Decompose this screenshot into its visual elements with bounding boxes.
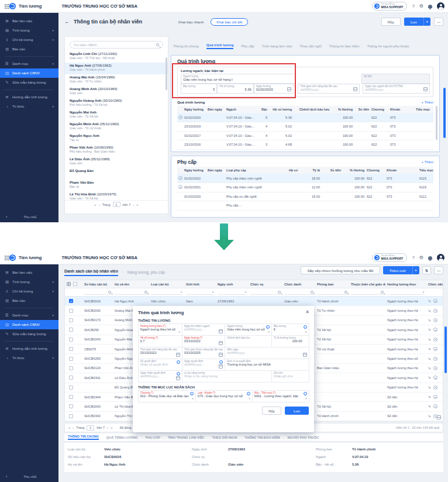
list-item-employee[interactable]: Hà Ngọc Anh (27/06/1963)Giáo viên - Tổ H… [65,63,168,74]
list-item-employee[interactable]: Hoàng Minh Anh (20/10/1989)Giáo viên [65,86,168,98]
filter-input[interactable]: ▼ [218,290,247,295]
modal-field-h-s-l-ng-[interactable]: Hệ số lương (*)5.7 [138,335,182,347]
add-salary-history-link[interactable]: + Thêm [422,101,433,104]
list-item-employee[interactable]: Đỗ Quang Bản [65,168,168,180]
modal-field-ch-ng-[interactable]: Chương (*)622 - Phòng Giáo dục và Đào tạ… [138,390,196,402]
edit-pencil-icon[interactable]: ✎ [428,299,431,303]
row-checkbox[interactable] [69,385,73,390]
modal-field-ng-y-h-ng-[interactable]: Ngày hưởng (*)03/10/2022 [182,335,225,347]
table-row[interactable]: 23/10/2016V.07.04.10 - Giáo ...34.68100.… [177,140,433,150]
edit-pencil-icon[interactable]: ✎ [428,328,431,332]
bottom-tab-theo-dõi-nghỉ[interactable]: THEO DÕI NGHỈ [212,436,237,439]
remove-row-icon[interactable] [433,395,437,399]
modal-field-t-l-h-ng-l-ng[interactable]: Tỷ lệ hưởng lương100.00 [271,335,309,347]
notifications-bell-icon[interactable] [428,256,432,260]
row-checkbox[interactable] [69,338,73,342]
rank-field[interactable]: Ngạch lương Giáo viên trung học cơ sở hạ… [181,74,295,84]
edit-pencil-icon[interactable]: ✎ [428,385,431,390]
table-row[interactable]: Phụ cấp ... [177,201,433,211]
remove-row-icon[interactable] [178,176,182,180]
add-allowance-link[interactable]: + Thêm [422,160,433,164]
chevron-down-icon[interactable]: ▾ [179,330,180,333]
table-row[interactable]: 23/10/2019V.07.04.10 - Giáo ...45.02100.… [177,122,433,132]
app-grid-icon[interactable] [5,256,6,257]
filter-input[interactable] [84,290,111,295]
sidebar-item-tri-thức[interactable]: ◔Tri thức▾ [0,353,58,363]
close-icon[interactable]: ✕ [305,309,309,315]
modal-field-ghi-ch-[interactable]: Ghi chúNhập ghi chú [271,370,309,383]
next-raise-date-field[interactable]: Thời gian tính nâng bậc lần sau dd/MM/yy… [298,84,359,94]
remove-row-icon[interactable] [433,318,437,322]
sidebar-item-tính-lương[interactable]: ▤Tính lương▾ [0,277,58,287]
industry-entry-date-field[interactable]: Ngày vào ngành để tính PCTNN dd/MM/yyyy.… [363,84,430,94]
sidebar-item-tính-lương[interactable]: ▤Tính lương▾ [0,26,58,35]
sidebar-item-báo-cáo[interactable]: ▥Báo cáo [0,296,58,305]
filter-input[interactable]: ▼ [186,290,214,295]
table-scrollbar[interactable] [436,106,437,140]
sidebar-item-chi-trả-lương[interactable]: ₫Chi trả lương▾ [0,287,58,296]
filter-input[interactable] [351,290,384,295]
filter-input[interactable] [284,290,313,295]
filter-input[interactable] [317,290,347,295]
remove-row-icon[interactable] [433,376,437,380]
prev-page-icon[interactable]: ‹ [73,426,74,429]
modal-field-m-c-ti-u-m-c-[interactable]: Mục - Tiểu mục (*)6001 - Lương theo ngạc… [252,390,309,402]
tab-theo-dõi-nghỉ[interactable]: Theo dõi nghỉ [300,44,322,48]
add-new-dropdown-icon[interactable]: ▾ [412,266,419,274]
row-checkbox[interactable] [69,309,73,313]
cancel-button[interactable]: Hủy [381,18,401,26]
tab-tình-trạng-làm-việc[interactable]: Tình trạng làm việc [262,44,292,48]
modal-field-lo-i-kho-n-[interactable]: Loại - khoản (*)073 - Giáo dục trung học… [195,390,253,402]
calendar-icon[interactable] [353,87,357,91]
edit-pencil-icon[interactable]: ✎ [428,318,431,322]
row-checkbox[interactable] [69,357,73,361]
row-checkbox[interactable] [69,299,73,303]
sidebar-item-danh-sách-cbnv[interactable]: ◫Danh sách CBNV [0,320,58,329]
remove-row-icon[interactable] [433,414,437,418]
sidebar-item-danh-sách-cbnv[interactable]: ◫Danh sách CBNV [0,68,58,78]
list-item-employee[interactable]: Lê Thị Hòa Bình (22/03/1975)Giáo viên - … [65,191,168,200]
page-scrollbar[interactable] [444,326,447,373]
table-row[interactable]: Giáo viên ...4.34100.00622073 [177,149,433,152]
bottom-tab-thông-tin-bảo-hiểm[interactable]: THÔNG TIN BẢO HIỂM [244,436,280,439]
calendar-icon[interactable] [219,353,223,357]
sidebar-item-danh-mục[interactable]: ☰Danh mục▾ [0,59,58,68]
page-number-input[interactable]: 1 [87,425,94,431]
more-actions-button[interactable]: ⋯ [434,18,443,26]
bottom-tab-phụ-cấp[interactable]: PHỤ CẤP [146,436,160,439]
next-page-icon[interactable]: › [107,426,108,429]
modal-cancel-button[interactable]: Hủy [262,407,281,415]
row-checkbox[interactable] [69,318,73,322]
settings-gear-icon[interactable]: ⚙ [419,4,423,9]
row-checkbox[interactable] [69,414,73,418]
page-number-input[interactable]: 1 [113,202,120,207]
sidebar-item-bàn-làm-việc[interactable]: ⊞Bàn làm việc [0,268,58,277]
modal-field-th-i-gian-t-nh-n-ng-b-c-l-n-sau[interactable]: Thời gian tính nâng bậc lần sau03/10/202… [138,347,182,359]
chevron-down-icon[interactable]: ▾ [249,397,250,400]
add-new-button[interactable]: Thêm mới [383,266,412,274]
row-checkbox[interactable] [69,366,73,370]
sidebar-item-chi-trả-lương[interactable]: ₫Chi trả lương▾ [0,35,58,44]
edit-pencil-icon[interactable]: ✎ [428,338,431,342]
calendar-icon[interactable] [303,353,307,357]
list-item-employee[interactable]: Nguyễn Hoàng Anh (30/10/1983)Phó hiệu tr… [65,98,168,109]
filter-input[interactable] [250,290,281,295]
select-all-checkbox[interactable] [73,282,77,286]
remove-row-icon[interactable] [178,115,182,119]
chevron-down-icon[interactable]: ▾ [268,330,270,333]
save-button[interactable]: Lưu [404,18,423,26]
sidebar-item-danh-mục[interactable]: ☰Danh mục▾ [0,311,58,320]
list-item-employee[interactable]: Phạm Văn BảnBảo vệ [65,180,168,191]
bottom-tab-thông-tin-chung[interactable]: THÔNG TIN CHUNG [68,435,99,440]
modal-field-ng-y-b-nhi-m-ng-ch[interactable]: Ngày bổ nhiệm ngạchdd/MM/yyyy... [182,323,225,336]
edit-pencil-icon[interactable]: ✎ [428,347,431,351]
bottom-tab-quá-trình-lương[interactable]: QUÁ TRÌNH LƯƠNG [106,436,138,439]
sidebar-collapse-button[interactable]: ‹Thu nhỏ [0,474,58,478]
filter-input[interactable]: ▼ [151,290,182,295]
misa-support-button[interactable]: Tư vấn hỗ trợMISA SUPPORT [372,2,408,11]
column-chooser-icon[interactable] [67,282,71,286]
sidebar-item-sửa-mẫu-bảng-lương[interactable]: ✎Sửa mẫu bảng lương [0,329,58,339]
list-item-employee[interactable]: Hoàng Mai Anh (15/04/1989)Giáo viên - Tổ… [65,74,168,86]
table-row[interactable]: 01/02/2022Phụ cấp thâm niên nghề18.00100… [177,174,433,183]
row-checkbox[interactable] [69,376,73,380]
